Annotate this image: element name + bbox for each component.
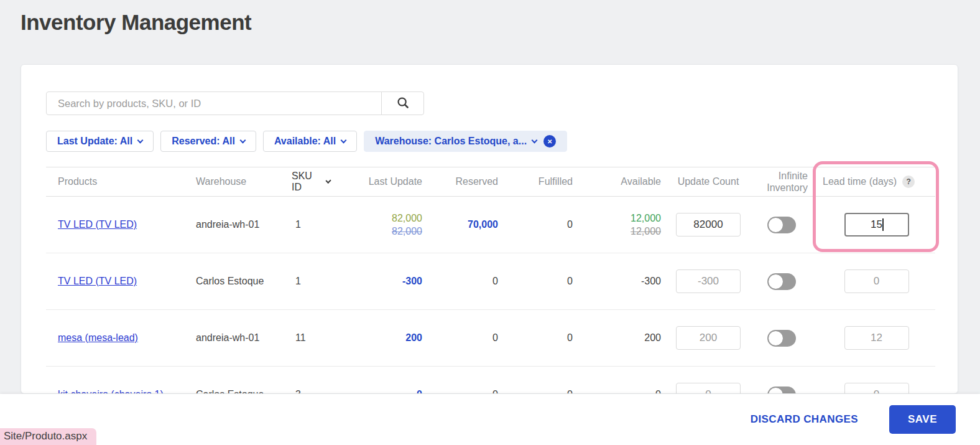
header-reserved: Reserved <box>423 176 499 187</box>
footer-bar: DISCARD CHANGES SAVE <box>0 394 980 445</box>
reserved-cell: 70,000 <box>423 219 499 230</box>
update-count-input[interactable] <box>676 326 741 350</box>
header-products: Products <box>46 176 184 187</box>
sku-id-cell: 11 <box>284 332 330 344</box>
toggle-knob <box>768 330 784 346</box>
filter-label: Reserved: All <box>172 136 235 147</box>
warehouse-cell: Carlos Estoque <box>184 276 284 287</box>
sku-id-cell: 1 <box>284 276 330 287</box>
warehouse-cell: andreia-wh-01 <box>184 219 284 230</box>
table-row: TV LED (TV LED) Carlos Estoque 1 -300 0 … <box>46 253 935 310</box>
filter-label: Warehouse: Carlos Estoque, a... <box>375 136 527 147</box>
header-update-count: Update Count <box>662 176 754 187</box>
reserved-cell: 0 <box>423 332 499 344</box>
table-header: Products Warehouse SKU ID Last Update Re… <box>46 167 935 197</box>
header-infinite-inventory: Infinite Inventory <box>754 170 809 194</box>
sku-id-cell: 3 <box>284 389 330 394</box>
inventory-card: Last Update: All Reserved: All Available… <box>21 64 958 394</box>
header-lead-time: Lead time (days) ? <box>809 176 935 188</box>
product-link[interactable]: TV LED (TV LED) <box>58 219 137 230</box>
filter-reserved[interactable]: Reserved: All <box>160 131 256 152</box>
toggle-knob <box>768 274 784 289</box>
lead-time-input[interactable] <box>844 383 909 394</box>
table-body: TV LED (TV LED) andreia-wh-01 1 82,00082… <box>46 197 935 394</box>
filter-bar: Last Update: All Reserved: All Available… <box>46 131 567 152</box>
filter-label: Last Update: All <box>57 136 132 147</box>
chevron-down-icon <box>532 137 538 143</box>
help-icon[interactable]: ? <box>902 176 915 188</box>
filter-label: Available: All <box>274 136 336 147</box>
warehouse-cell: andreia-wh-01 <box>184 332 284 344</box>
sku-id-cell: 1 <box>284 219 330 230</box>
page-title: Inventory Management <box>21 10 251 35</box>
fulfilled-cell: 0 <box>499 276 574 287</box>
filter-last-update[interactable]: Last Update: All <box>46 131 154 152</box>
header-last-update: Last Update <box>330 176 423 187</box>
table-row: TV LED (TV LED) andreia-wh-01 1 82,00082… <box>46 197 935 253</box>
inventory-table: Products Warehouse SKU ID Last Update Re… <box>46 167 935 394</box>
fulfilled-cell: 0 <box>499 219 574 230</box>
available-cell: 200 <box>574 332 662 344</box>
update-count-input[interactable] <box>676 269 741 293</box>
table-row: mesa (mesa-lead) andreia-wh-01 11 200 0 … <box>46 310 935 367</box>
search-row <box>46 91 424 115</box>
lead-time-input[interactable] <box>844 213 909 237</box>
infinite-inventory-toggle[interactable] <box>767 217 796 233</box>
remove-filter-icon[interactable]: ✕ <box>543 135 556 148</box>
reserved-cell: 0 <box>423 389 499 394</box>
available-cell: -300 <box>574 276 662 287</box>
last-update-cell: 82,00082,000 <box>330 213 423 237</box>
search-input[interactable] <box>46 91 382 115</box>
product-link[interactable]: TV LED (TV LED) <box>58 276 137 286</box>
toggle-knob <box>768 217 784 233</box>
update-count-input[interactable] <box>676 383 741 394</box>
last-update-cell: 0 <box>330 389 423 394</box>
last-update-cell: -300 <box>330 276 423 287</box>
lead-time-input[interactable] <box>844 269 909 293</box>
header-sku-id[interactable]: SKU ID <box>284 171 330 193</box>
search-button[interactable] <box>381 91 424 115</box>
fulfilled-cell: 0 <box>499 389 574 394</box>
reserved-cell: 0 <box>423 276 499 287</box>
chevron-down-icon <box>137 137 144 143</box>
discard-changes-button[interactable]: DISCARD CHANGES <box>751 413 858 426</box>
table-row: kit chaveiro (chaveiro 1) Carlos Estoque… <box>46 367 935 394</box>
filter-warehouse[interactable]: Warehouse: Carlos Estoque, a... ✕ <box>364 131 567 152</box>
infinite-inventory-toggle[interactable] <box>767 386 796 395</box>
product-link[interactable]: kit chaveiro (chaveiro 1) <box>58 389 164 394</box>
header-fulfilled: Fulfilled <box>499 176 574 187</box>
text-cursor <box>882 218 884 231</box>
chevron-down-icon <box>341 137 347 143</box>
lead-time-input[interactable] <box>844 326 909 350</box>
save-button[interactable]: SAVE <box>889 405 956 434</box>
product-link[interactable]: mesa (mesa-lead) <box>58 332 138 343</box>
available-cell: 0 <box>574 389 662 394</box>
filter-available[interactable]: Available: All <box>263 131 357 152</box>
available-cell: 12,00012,000 <box>574 213 662 237</box>
infinite-inventory-toggle[interactable] <box>767 330 796 347</box>
header-available: Available <box>574 176 662 187</box>
warehouse-cell: Carlos Estoque <box>184 389 284 394</box>
search-icon <box>396 96 410 111</box>
fulfilled-cell: 0 <box>499 332 574 344</box>
update-count-input[interactable] <box>676 213 741 237</box>
header-warehouse: Warehouse <box>184 176 284 187</box>
status-bar: Site/Produto.aspx <box>0 428 96 445</box>
infinite-inventory-toggle[interactable] <box>767 273 796 290</box>
toggle-knob <box>768 387 784 395</box>
last-update-cell: 200 <box>330 332 423 344</box>
chevron-down-icon <box>239 137 246 143</box>
